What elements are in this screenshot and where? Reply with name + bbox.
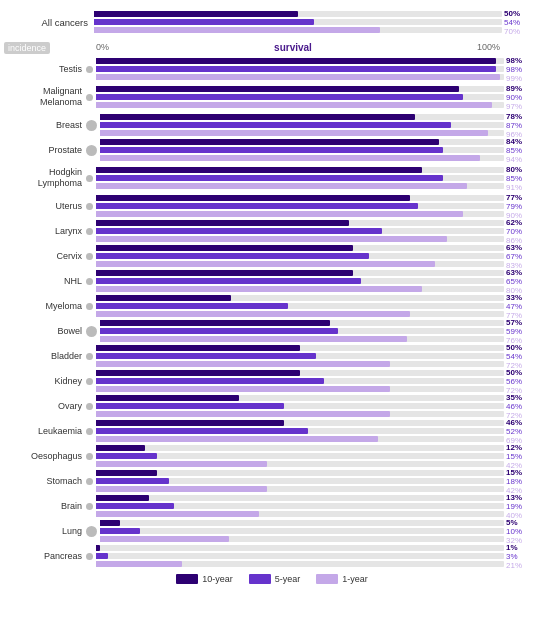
data-row: Breast78%87%96%	[4, 113, 540, 137]
all-cancers-bars	[94, 11, 502, 33]
incidence-label: incidence	[4, 42, 50, 54]
row-label: Larynx	[4, 226, 86, 237]
bars-group	[96, 345, 504, 367]
data-row: Pancreas1%3%21%	[4, 544, 540, 568]
row-values: 1%3%21%	[504, 543, 540, 570]
legend-5year: 5-year	[249, 574, 301, 584]
data-row: Uterus77%79%90%	[4, 194, 540, 218]
row-values: 57%59%76%	[504, 318, 540, 345]
bars-group	[96, 495, 504, 517]
row-label: Hodgkin Lymphoma	[4, 167, 86, 189]
bars-group	[96, 270, 504, 292]
bars-group	[96, 395, 504, 417]
legend-swatch-1year	[316, 574, 338, 584]
incidence-dot	[86, 120, 97, 131]
incidence-dot	[86, 228, 93, 235]
row-label: Lung	[4, 526, 86, 537]
legend-swatch-5year	[249, 574, 271, 584]
row-label: Brain	[4, 501, 86, 512]
incidence-dot	[86, 526, 97, 537]
row-label: Testis	[4, 64, 86, 75]
row-values: 63%65%80%	[504, 268, 540, 295]
row-values: 50%56%72%	[504, 368, 540, 395]
bars-group	[96, 167, 504, 189]
bars-group	[96, 545, 504, 567]
row-values: 77%79%90%	[504, 193, 540, 220]
bars-group	[96, 195, 504, 217]
bars-group	[100, 320, 504, 342]
incidence-dot	[86, 66, 93, 73]
axis-row: incidence 0% survival 100%	[4, 38, 540, 56]
row-values: 50%54%72%	[504, 343, 540, 370]
row-values: 33%47%77%	[504, 293, 540, 320]
data-row: Prostate84%85%94%	[4, 138, 540, 162]
data-row: Leukaemia46%52%69%	[4, 419, 540, 443]
data-row: Kidney50%56%72%	[4, 369, 540, 393]
legend: 10-year 5-year 1-year	[4, 574, 540, 584]
row-values: 35%46%72%	[504, 393, 540, 420]
rows-container: Testis98%98%99%Malignant Melanoma89%90%9…	[4, 57, 540, 568]
row-values: 15%18%42%	[504, 468, 540, 495]
incidence-dot	[86, 326, 97, 337]
bars-group	[96, 220, 504, 242]
incidence-dot	[86, 253, 93, 260]
bars-group	[96, 370, 504, 392]
bars-group	[96, 445, 504, 467]
incidence-dot	[86, 403, 93, 410]
row-label: Leukaemia	[4, 426, 86, 437]
row-values: 89%90%97%	[504, 84, 540, 111]
row-label: Bowel	[4, 326, 86, 337]
incidence-dot	[86, 94, 93, 101]
incidence-dot	[86, 378, 93, 385]
row-label: Prostate	[4, 145, 86, 156]
row-values: 13%19%40%	[504, 493, 540, 520]
incidence-dot	[86, 478, 93, 485]
data-row: Hodgkin Lymphoma80%85%91%	[4, 163, 540, 193]
row-values: 12%15%42%	[504, 443, 540, 470]
row-label: Uterus	[4, 201, 86, 212]
row-values: 98%98%99%	[504, 56, 540, 83]
data-row: Larynx62%70%86%	[4, 219, 540, 243]
row-values: 5%10%32%	[504, 518, 540, 545]
data-row: Oesophagus12%15%42%	[4, 444, 540, 468]
all-cancers-label: All cancers	[4, 17, 94, 28]
data-row: Bladder50%54%72%	[4, 344, 540, 368]
row-label: Breast	[4, 120, 86, 131]
bars-group	[100, 520, 504, 542]
bars-group	[96, 420, 504, 442]
data-row: Cervix63%67%83%	[4, 244, 540, 268]
row-label: Ovary	[4, 401, 86, 412]
bars-group	[96, 86, 504, 108]
row-values: 62%70%86%	[504, 218, 540, 245]
data-row: Bowel57%59%76%	[4, 319, 540, 343]
data-row: Ovary35%46%72%	[4, 394, 540, 418]
incidence-dot	[86, 428, 93, 435]
bars-group	[96, 470, 504, 492]
row-label: NHL	[4, 276, 86, 287]
data-row: Malignant Melanoma89%90%97%	[4, 82, 540, 112]
row-label: Bladder	[4, 351, 86, 362]
chart-container: All cancers 50% 54% 70% incidence	[0, 0, 540, 592]
row-label: Malignant Melanoma	[4, 86, 86, 108]
row-values: 46%52%69%	[504, 418, 540, 445]
incidence-dot	[86, 353, 93, 360]
row-values: 80%85%91%	[504, 165, 540, 192]
data-row: Lung5%10%32%	[4, 519, 540, 543]
data-row: Myeloma33%47%77%	[4, 294, 540, 318]
row-label: Oesophagus	[4, 451, 86, 462]
legend-swatch-10year	[176, 574, 198, 584]
bars-group	[96, 295, 504, 317]
all-cancers-values: 50% 54% 70%	[502, 9, 540, 36]
data-row: Stomach15%18%42%	[4, 469, 540, 493]
bars-group	[100, 139, 504, 161]
incidence-dot	[86, 453, 93, 460]
row-label: Stomach	[4, 476, 86, 487]
incidence-dot	[86, 503, 93, 510]
row-label: Myeloma	[4, 301, 86, 312]
row-values: 63%67%83%	[504, 243, 540, 270]
axis-scale: 0% survival 100%	[94, 42, 502, 53]
incidence-dot	[86, 303, 93, 310]
incidence-dot	[86, 145, 97, 156]
incidence-dot	[86, 175, 93, 182]
row-values: 84%85%94%	[504, 137, 540, 164]
